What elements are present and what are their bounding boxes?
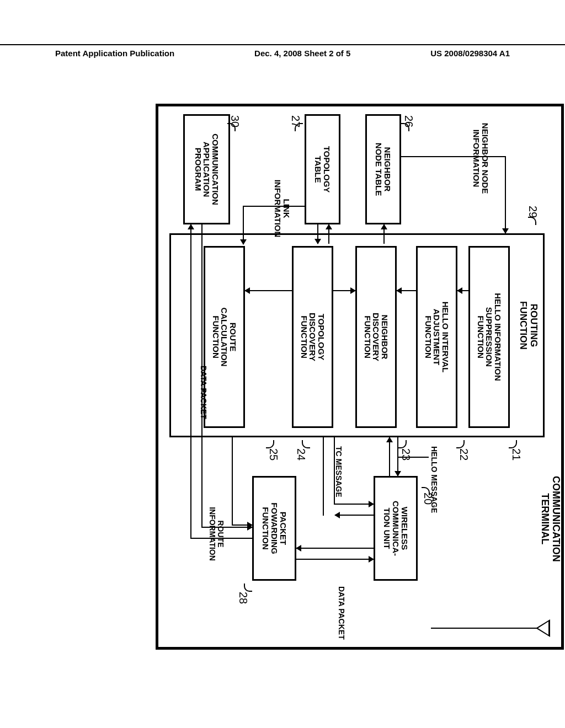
arrow: [383, 224, 385, 244]
route-calculation-box: ROUTE CALCULATION FUNCTION: [204, 246, 245, 428]
neighbor-node-table: NEIGHBOR NODE TABLE: [365, 114, 401, 224]
hello-message-label: HELLO MESSAGE: [430, 446, 439, 513]
connector: [528, 217, 536, 225]
arrow: [201, 527, 252, 528]
wireless-comm-unit-box: WIRELESS COMMUNICA- TION UNIT: [374, 476, 418, 581]
arrow: [190, 538, 252, 539]
arrow: [401, 156, 506, 157]
tc-message-label: TC MESSAGE: [334, 446, 343, 497]
arrow: [505, 156, 506, 233]
link-info-label: LINK INFORMATION: [274, 173, 291, 244]
arrow: [244, 206, 305, 207]
ref-28: 28: [237, 592, 249, 604]
routing-label: ROUTING FUNCTION: [518, 301, 539, 350]
arrow: [335, 504, 374, 505]
communication-terminal-box: COMMUNICATION TERMINAL ROUTING FUNCTION …: [156, 104, 564, 650]
ref-23: 23: [399, 448, 412, 461]
arrow: [328, 224, 329, 244]
connector: [509, 440, 517, 448]
arrow: [323, 437, 324, 516]
arrow: [190, 224, 191, 539]
neighbor-discovery-box: NEIGHBOR DISCOVERY FUNCTION: [355, 246, 397, 428]
ref-21: 21: [510, 448, 523, 461]
connector: [295, 123, 303, 131]
connector: [422, 487, 430, 495]
packet-forwarding-box: PACKET FOWARDING FUNCTION: [252, 476, 296, 581]
connector: [302, 440, 310, 448]
arrow: [296, 548, 374, 549]
connector: [398, 440, 407, 448]
arrow: [333, 290, 355, 291]
route-info-label: ROUTE INFORMATION: [209, 493, 225, 575]
data-packet-label-2: DATA PACKET: [199, 366, 208, 419]
arrow: [334, 437, 335, 505]
arrow: [457, 290, 468, 291]
hello-interval-adjustment-box: HELLO INTERVAL ADJUSTMENT FUNCTION: [416, 246, 457, 428]
terminal-label: COMMUNICATION TERMINAL: [539, 476, 561, 562]
arrow: [296, 559, 374, 560]
ref-22: 22: [457, 448, 470, 461]
arrow: [201, 224, 202, 528]
header-center: Dec. 4, 2008 Sheet 2 of 5: [254, 49, 350, 58]
topology-discovery-box: TOPOLOGY DISCOVERY FUNCTION: [292, 246, 333, 428]
arrow: [317, 224, 318, 244]
routing-function-box: ROUTING FUNCTION HELLO INFORMATION SUPPR…: [169, 233, 545, 437]
arrow: [243, 206, 244, 244]
arrow: [335, 515, 374, 516]
ref-25: 25: [267, 448, 280, 461]
arrow: [389, 437, 390, 476]
page-header: Patent Application Publication Dec. 4, 2…: [0, 44, 565, 61]
connector: [244, 584, 252, 592]
arrow: [397, 290, 416, 291]
header-left: Patent Application Publication: [55, 49, 174, 58]
ref-24: 24: [295, 448, 307, 461]
data-packet-label-1: DATA PACKET: [337, 586, 346, 640]
connector: [266, 440, 274, 448]
connector: [456, 440, 465, 448]
neighbor-info-label: NEIGHBOR NODE INFORMATION: [472, 114, 490, 202]
header-right: US 2008/0298304 A1: [430, 49, 510, 58]
arrow: [245, 290, 292, 291]
arrow: [398, 457, 429, 458]
arrow: [232, 437, 233, 526]
topology-table: TOPOLOGY TABLE: [305, 114, 340, 224]
hello-info-suppression-box: HELLO INFORMATION SUPPRESSION FUNCTION: [468, 246, 510, 428]
communication-app-box: COMMUNICATION APPLICATION PROGRAM: [183, 114, 230, 224]
ref-29: 29: [526, 206, 539, 218]
diagram: FIG.2 11 COMMUNICATION TERMINAL ROUTING …: [0, 148, 565, 602]
